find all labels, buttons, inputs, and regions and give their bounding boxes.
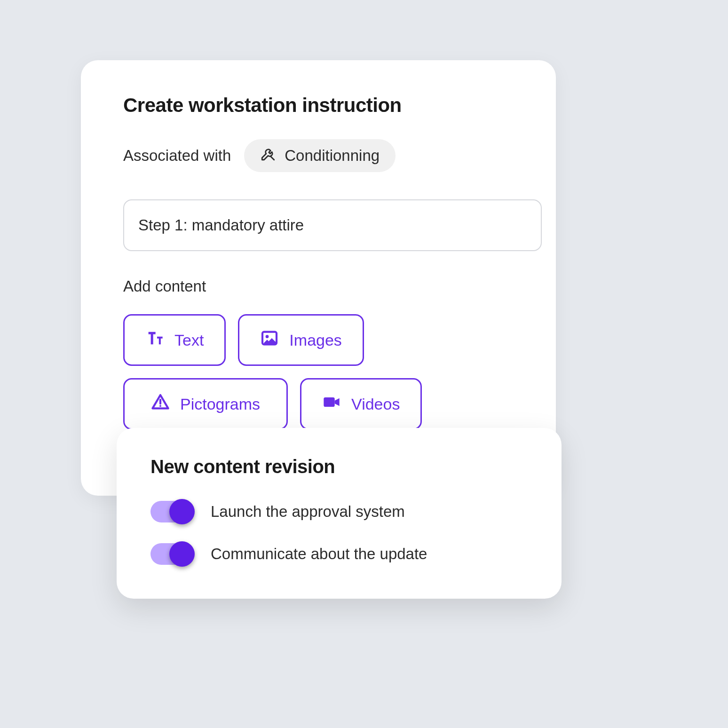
add-content-label: Add content: [123, 277, 514, 295]
toggle-row-communicate-update: Communicate about the update: [150, 543, 528, 565]
content-tile-images[interactable]: Images: [238, 314, 364, 366]
svg-point-3: [159, 405, 161, 407]
toggle-label: Communicate about the update: [211, 545, 427, 563]
associated-chip-label: Conditionning: [285, 147, 380, 165]
toggle-knob: [169, 541, 195, 567]
tools-icon: [260, 146, 276, 166]
toggle-row-launch-approval: Launch the approval system: [150, 501, 528, 522]
video-camera-icon: [322, 393, 341, 415]
warning-triangle-icon: [151, 393, 170, 415]
svg-rect-4: [324, 397, 334, 407]
associated-with-row: Associated with Conditionning: [123, 139, 514, 172]
content-tile-label: Videos: [351, 395, 400, 413]
page-title: Create workstation instruction: [123, 94, 514, 117]
text-icon: [145, 329, 164, 351]
content-tile-label: Pictograms: [180, 395, 260, 413]
revision-overlay-card: New content revision Launch the approval…: [117, 428, 562, 599]
associated-chip[interactable]: Conditionning: [244, 139, 396, 172]
toggle-launch-approval[interactable]: [150, 501, 192, 522]
content-tile-label: Images: [289, 331, 342, 349]
svg-point-1: [266, 335, 269, 338]
content-tile-label: Text: [174, 331, 204, 349]
content-tile-pictograms[interactable]: Pictograms: [123, 378, 288, 430]
image-icon: [260, 329, 279, 351]
content-tile-text[interactable]: Text: [123, 314, 226, 366]
content-tile-videos[interactable]: Videos: [300, 378, 422, 430]
toggle-knob: [169, 499, 195, 524]
step-title-input[interactable]: [123, 199, 542, 251]
associated-with-label: Associated with: [123, 147, 231, 165]
toggle-label: Launch the approval system: [211, 503, 405, 521]
overlay-title: New content revision: [150, 456, 528, 477]
toggle-communicate-update[interactable]: [150, 543, 192, 565]
